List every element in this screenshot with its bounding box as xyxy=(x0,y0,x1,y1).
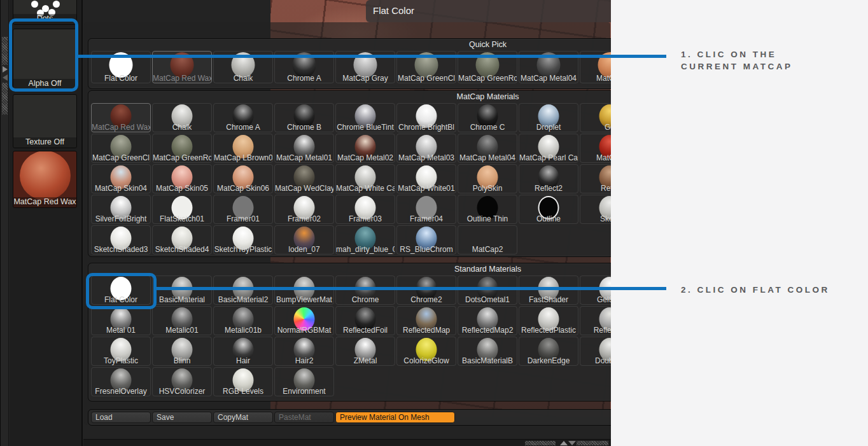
material-item[interactable]: Metalic01 xyxy=(152,306,212,335)
material-item[interactable]: MatCap LBrown0 xyxy=(213,134,273,163)
material-item[interactable]: DoubleS xyxy=(580,337,611,366)
material-item[interactable]: Outline xyxy=(519,195,578,224)
material-item[interactable]: ReflectedPlastic xyxy=(519,306,578,335)
material-item[interactable]: Framer04 xyxy=(396,195,456,224)
material-item[interactable]: MatCap Skin06 xyxy=(213,164,273,193)
material-item[interactable]: ColorizeGlow xyxy=(396,337,456,366)
material-item[interactable]: FlatSketch01 xyxy=(152,195,212,224)
material-item[interactable]: SketchShaded3 xyxy=(91,225,151,254)
material-item[interactable]: MatCap Red Wax xyxy=(91,103,151,132)
material-item[interactable]: Chrome2 xyxy=(396,275,456,305)
material-item[interactable]: MatCap WedClay xyxy=(274,164,334,193)
material-item[interactable]: DarkenEdge xyxy=(519,337,578,366)
material-item[interactable]: Chrome C xyxy=(458,103,517,132)
material-item[interactable]: MatCap Metal01 xyxy=(274,134,334,163)
material-item[interactable]: Droplet xyxy=(519,103,578,132)
annotation-line: CURRENT MATCAP xyxy=(681,60,793,73)
material-item[interactable]: MatCap Skin04 xyxy=(91,164,151,193)
material-item[interactable]: SketchShaded4 xyxy=(152,225,212,254)
copymat-button[interactable]: CopyMat xyxy=(213,412,273,423)
texture-off-thumbnail[interactable]: Texture Off xyxy=(13,94,77,148)
material-item[interactable]: Reflect2 xyxy=(519,164,578,193)
current-material-title[interactable]: Flat Color xyxy=(366,0,611,22)
material-item[interactable]: BasicMaterialB xyxy=(458,337,517,366)
material-item[interactable]: MatCap Pearl Ca xyxy=(519,134,578,163)
current-material-thumbnail[interactable]: MatCap Red Wax xyxy=(13,151,77,208)
material-item[interactable]: MatCap White01 xyxy=(396,164,456,193)
material-label: MatCap GreenRo xyxy=(458,74,517,83)
material-item[interactable]: Metal 01 xyxy=(91,306,151,335)
material-item[interactable]: ReflectedFoil xyxy=(335,306,395,335)
material-item[interactable]: MatCap xyxy=(580,134,611,163)
scrollbar-hatch[interactable] xyxy=(2,37,8,65)
scroll-right-icon[interactable] xyxy=(3,66,8,73)
material-label: ColorizeGlow xyxy=(397,356,456,365)
material-label: Chrome BrightBl xyxy=(397,123,456,132)
material-item[interactable]: Environment xyxy=(274,367,334,396)
material-item[interactable]: ZMetal xyxy=(335,337,395,366)
material-item[interactable]: MatCap Metal03 xyxy=(396,134,456,163)
material-item[interactable]: MatCap Skin05 xyxy=(152,164,212,193)
scrollbar-hatch[interactable] xyxy=(525,441,556,445)
material-item[interactable]: PolySkin xyxy=(458,164,517,193)
material-item[interactable]: loden_07 xyxy=(274,225,334,254)
material-item[interactable]: Hair2 xyxy=(274,337,334,366)
material-item[interactable]: HSVColorizer xyxy=(152,367,212,396)
material-item[interactable]: BasicMaterial2 xyxy=(213,275,273,305)
material-item[interactable]: MatCap GreenRo xyxy=(152,134,212,163)
material-item[interactable]: ReflectedMap2 xyxy=(458,306,517,335)
material-item[interactable]: MatCap White Ca xyxy=(335,164,395,193)
material-item[interactable]: Chrome BrightBl xyxy=(396,103,456,132)
material-item[interactable]: Chrome BlueTint xyxy=(335,103,395,132)
material-item[interactable]: DotsOmetal1 xyxy=(458,275,517,305)
material-item[interactable]: Framer03 xyxy=(335,195,395,224)
material-item[interactable]: Go xyxy=(580,103,611,132)
scroll-up-icon[interactable] xyxy=(560,441,568,445)
material-item[interactable]: MatCap Metal02 xyxy=(335,134,395,163)
pastemat-button[interactable]: PasteMat xyxy=(274,412,334,423)
material-item[interactable]: MatCap GreenCl xyxy=(91,134,151,163)
material-item[interactable]: SketchToyPlastic xyxy=(213,225,273,254)
material-label: Refle xyxy=(580,184,611,193)
material-item[interactable]: Chrome A xyxy=(213,103,273,132)
material-item[interactable]: Refle xyxy=(580,164,611,193)
material-item[interactable]: Chrome xyxy=(335,275,395,305)
material-label: Chalk xyxy=(214,74,272,83)
material-item[interactable]: BasicMaterial xyxy=(152,275,212,305)
material-item[interactable]: MatCap2 xyxy=(458,225,517,254)
save-button[interactable]: Save xyxy=(152,412,212,423)
material-item[interactable]: Framer02 xyxy=(274,195,334,224)
material-item[interactable]: RS_BlueChrom xyxy=(396,225,456,254)
material-item[interactable]: GelSha xyxy=(580,275,611,305)
material-item[interactable]: FresnelOverlay xyxy=(91,367,151,396)
material-label: MatCap Metal04 xyxy=(519,74,578,83)
material-item[interactable]: MatCap Metal04 xyxy=(458,134,517,163)
material-label: ReflectedPlastic xyxy=(519,326,578,335)
material-item[interactable]: Chalk xyxy=(152,103,212,132)
material-item[interactable]: mah_dirty_blue_0 xyxy=(335,225,395,254)
material-item[interactable]: BumpViewerMat xyxy=(274,275,334,305)
preview-material-on-mesh-button[interactable]: Preview Material On Mesh xyxy=(335,412,455,423)
material-item[interactable]: RGB Levels xyxy=(213,367,273,396)
material-item[interactable]: NormalRGBMat xyxy=(274,306,334,335)
material-item[interactable]: Outline Thin xyxy=(458,195,517,224)
material-item[interactable]: ReflectedMap xyxy=(396,306,456,335)
material-item[interactable]: Framer01 xyxy=(213,195,273,224)
load-button[interactable]: Load xyxy=(91,412,151,423)
scroll-left-icon[interactable] xyxy=(3,74,8,81)
material-label: RGB Levels xyxy=(214,387,272,396)
material-label: ReflectedFoil xyxy=(336,326,395,335)
material-item[interactable]: Sketc xyxy=(580,195,611,224)
material-item[interactable]: Reflected xyxy=(580,306,611,335)
left-scroll-rail[interactable] xyxy=(0,0,9,446)
material-item[interactable]: Chrome B xyxy=(274,103,334,132)
material-item[interactable]: FastShader xyxy=(519,275,578,305)
scroll-down-icon[interactable] xyxy=(568,441,576,445)
material-item[interactable]: ToyPlastic xyxy=(91,337,151,366)
material-item[interactable]: Blinn xyxy=(152,337,212,366)
material-item[interactable]: Hair xyxy=(213,337,273,366)
scrollbar-hatch[interactable] xyxy=(2,83,8,115)
material-item[interactable]: Metalic01b xyxy=(213,306,273,335)
scrollbar-hatch[interactable] xyxy=(577,441,608,445)
material-item[interactable]: SilverFoilBright xyxy=(91,195,151,224)
